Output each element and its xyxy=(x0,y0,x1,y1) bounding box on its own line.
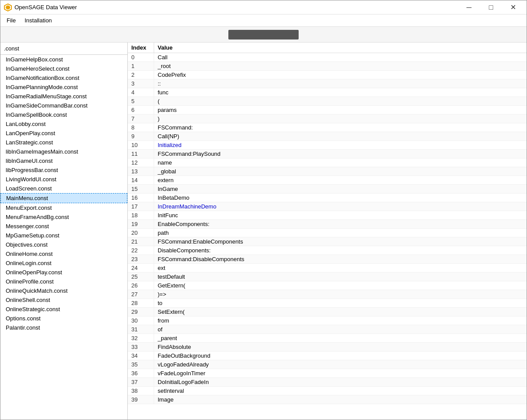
cell-index: 16 xyxy=(128,194,154,202)
menu-item-installation[interactable]: Installation xyxy=(20,15,56,25)
toolbar xyxy=(0,27,527,43)
sidebar-item[interactable]: LivingWorldUI.const xyxy=(0,175,127,184)
table-row[interactable]: 37DoInitialLogoFadeIn xyxy=(128,378,527,387)
sidebar-item[interactable]: LanLobby.const xyxy=(0,119,127,129)
table-row[interactable]: 31of xyxy=(128,325,527,334)
sidebar-item[interactable]: libInGameUI.const xyxy=(0,156,127,165)
table-row[interactable]: 33FindAbsolute xyxy=(128,343,527,352)
cell-value: _global xyxy=(154,167,527,176)
table-row[interactable]: 24ext xyxy=(128,264,527,273)
sidebar-item[interactable]: InGameHelpBox.const xyxy=(0,55,127,64)
table-row[interactable]: 8FSCommand: xyxy=(128,123,527,132)
cell-index: 32 xyxy=(128,334,154,342)
table-row[interactable]: 0Call xyxy=(128,53,527,62)
cell-value: FSCommand:DisableComponents xyxy=(154,255,527,263)
table-row[interactable]: 6params xyxy=(128,106,527,115)
table-row[interactable]: 7) xyxy=(128,115,527,123)
sidebar-item[interactable]: InGameRadialMenuStage.const xyxy=(0,92,127,101)
sidebar-item[interactable]: LoadScreen.const xyxy=(0,184,127,193)
table-row[interactable]: 34FadeOutBackground xyxy=(128,352,527,360)
sidebar-item[interactable]: OnlineQuickMatch.const xyxy=(0,286,127,295)
table-row[interactable]: 22DisableComponents: xyxy=(128,246,527,255)
table-row[interactable]: 26GetExtern( xyxy=(128,281,527,290)
cell-value: Initialized xyxy=(154,141,527,149)
sidebar-item[interactable]: InGamePlanningMode.const xyxy=(0,83,127,92)
table-row[interactable]: 19EnableComponents: xyxy=(128,220,527,229)
table-row[interactable]: 36vFadeLogoInTimer xyxy=(128,369,527,378)
cell-value: FSCommand: xyxy=(154,123,527,132)
cell-index: 22 xyxy=(128,246,154,255)
table-row[interactable]: 28to xyxy=(128,299,527,308)
sidebar-item[interactable]: LanOpenPlay.const xyxy=(0,129,127,138)
cell-value: InitFunc xyxy=(154,211,527,219)
cell-value: DoInitialLogoFadeIn xyxy=(154,378,527,386)
sidebar-item[interactable]: MenuFrameAndBg.const xyxy=(0,212,127,222)
sidebar-item[interactable]: OnlineStrategic.const xyxy=(0,305,127,314)
cell-index: 10 xyxy=(128,141,154,149)
sidebar-item[interactable]: InGameSpellBook.const xyxy=(0,110,127,119)
cell-value: EnableComponents: xyxy=(154,220,527,228)
title-bar: OpenSAGE Data Viewer ─ □ ✕ xyxy=(0,0,527,14)
table-row[interactable]: 39Image xyxy=(128,395,527,404)
table-row[interactable]: 12name xyxy=(128,158,527,167)
cell-index: 34 xyxy=(128,352,154,360)
cell-index: 25 xyxy=(128,273,154,281)
table-row[interactable]: 5( xyxy=(128,97,527,106)
sidebar-item[interactable]: LanStrategic.const xyxy=(0,138,127,147)
sidebar-item[interactable]: libProgressBar.const xyxy=(0,165,127,175)
sidebar-item[interactable]: libInGameImagesMain.const xyxy=(0,147,127,156)
sidebar-item[interactable]: OnlineLogin.const xyxy=(0,258,127,268)
close-button[interactable]: ✕ xyxy=(503,1,523,14)
table-row[interactable]: 17InDreamMachineDemo xyxy=(128,202,527,211)
minimize-button[interactable]: ─ xyxy=(459,1,479,14)
sidebar-list[interactable]: InGameHelpBox.constInGameHeroSelect.cons… xyxy=(0,55,127,420)
table-row[interactable]: 11FSCommand:PlaySound xyxy=(128,150,527,158)
table-row[interactable]: 18InitFunc xyxy=(128,211,527,220)
toolbar-search-bar[interactable] xyxy=(228,30,299,39)
sidebar-item[interactable]: OnlineProfile.const xyxy=(0,277,127,286)
sidebar-item[interactable]: Options.const xyxy=(0,314,127,323)
table-row[interactable]: 20path xyxy=(128,229,527,237)
sidebar-item[interactable]: Messenger.const xyxy=(0,222,127,231)
table-row[interactable]: 1_root xyxy=(128,62,527,71)
sidebar-item[interactable]: InGameNotificationBox.const xyxy=(0,73,127,83)
table-row[interactable]: 14extern xyxy=(128,176,527,185)
sidebar-item[interactable]: MainMenu.const xyxy=(0,193,127,203)
sidebar-item[interactable]: Objectives.const xyxy=(0,240,127,249)
sidebar-item[interactable]: OnlineOpenPlay.const xyxy=(0,268,127,277)
sidebar-item[interactable]: InGameSideCommandBar.const xyxy=(0,101,127,110)
table-row[interactable]: 4func xyxy=(128,88,527,97)
table-row[interactable]: 16InBetaDemo xyxy=(128,194,527,202)
cell-value: ) xyxy=(154,115,527,123)
sidebar-item[interactable]: Palantir.const xyxy=(0,323,127,332)
sidebar-item[interactable]: MenuExport.const xyxy=(0,203,127,212)
table-row[interactable]: 13_global xyxy=(128,167,527,176)
table-row[interactable]: 2CodePrefix xyxy=(128,71,527,79)
table-row[interactable]: 3:: xyxy=(128,79,527,88)
table-row[interactable]: 29SetExtern( xyxy=(128,308,527,316)
cell-index: 12 xyxy=(128,158,154,167)
table-row[interactable]: 9Call(NP) xyxy=(128,132,527,141)
table-row[interactable]: 21FSCommand:EnableComponents xyxy=(128,237,527,246)
maximize-button[interactable]: □ xyxy=(481,1,501,14)
table-row[interactable]: 27)=> xyxy=(128,290,527,299)
sidebar-item[interactable]: InGameHeroSelect.const xyxy=(0,64,127,73)
sidebar-item[interactable]: OnlineHome.const xyxy=(0,249,127,258)
table-row[interactable]: 38setInterval xyxy=(128,387,527,395)
cell-index: 18 xyxy=(128,211,154,219)
menu-item-file[interactable]: File xyxy=(2,15,20,25)
cell-value: DisableComponents: xyxy=(154,246,527,255)
data-table[interactable]: Index Value 0Call1_root2CodePrefix3::4fu… xyxy=(128,43,527,420)
sidebar-item[interactable]: OnlineShell.const xyxy=(0,295,127,305)
table-row[interactable]: 10Initialized xyxy=(128,141,527,150)
cell-index: 6 xyxy=(128,106,154,114)
table-row[interactable]: 25testDefault xyxy=(128,273,527,281)
app-title: OpenSAGE Data Viewer xyxy=(14,4,77,11)
sidebar-item[interactable]: MpGameSetup.const xyxy=(0,231,127,240)
table-row[interactable]: 23FSCommand:DisableComponents xyxy=(128,255,527,264)
table-row[interactable]: 15InGame xyxy=(128,185,527,194)
cell-index: 4 xyxy=(128,88,154,97)
table-row[interactable]: 30from xyxy=(128,316,527,325)
table-row[interactable]: 32_parent xyxy=(128,334,527,343)
table-row[interactable]: 35vLogoFadedAlready xyxy=(128,360,527,369)
